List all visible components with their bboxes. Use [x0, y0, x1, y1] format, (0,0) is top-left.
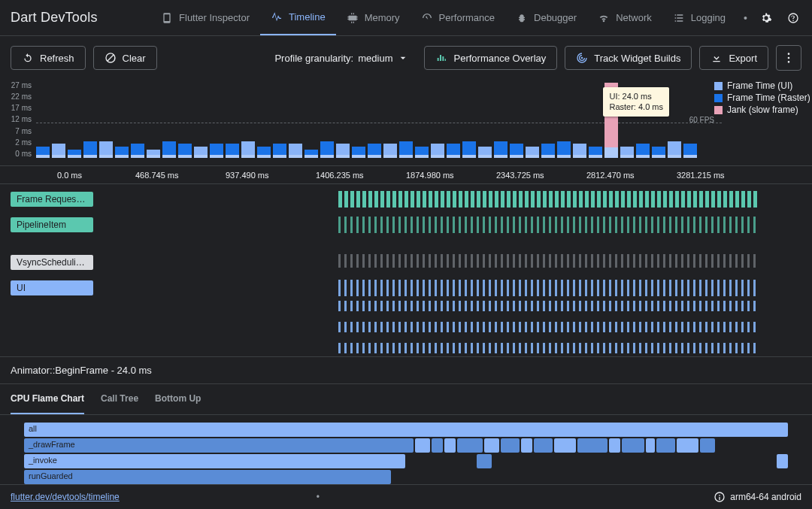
- info-icon: [714, 491, 726, 503]
- granularity-select[interactable]: Profile granularity: medium: [267, 47, 417, 68]
- swatch: [714, 82, 723, 90]
- tab-call-tree[interactable]: Call Tree: [101, 384, 138, 414]
- flame-frame[interactable]: [484, 438, 499, 453]
- flame-frame[interactable]: [501, 438, 520, 453]
- flame-frame[interactable]: [521, 438, 532, 453]
- nav-label: Timeline: [289, 11, 326, 23]
- flame-frame[interactable]: runGuarded: [24, 470, 391, 484]
- ruler-tick: 1874.980 ms: [406, 171, 454, 180]
- nav-label: Memory: [365, 12, 400, 23]
- flame-frame[interactable]: [477, 454, 492, 468]
- nav-network[interactable]: Network: [587, 0, 662, 35]
- flame-frame[interactable]: [457, 438, 483, 453]
- flame-frame[interactable]: [656, 438, 675, 453]
- flame-frame[interactable]: all: [24, 423, 788, 437]
- track-vsync[interactable]: VsyncScheduli…: [0, 252, 812, 273]
- flame-frame[interactable]: [609, 438, 620, 453]
- chevron-down-icon: [397, 52, 409, 64]
- track-events: [338, 280, 801, 296]
- nav-performance[interactable]: Performance: [411, 0, 505, 35]
- nav-memory[interactable]: Memory: [336, 0, 411, 35]
- cpu-flame-chart[interactable]: all _drawFrame _invoke runGu: [0, 415, 812, 484]
- nav-label: Logging: [691, 12, 726, 23]
- flame-frame[interactable]: [646, 438, 655, 453]
- nav-label: Network: [616, 12, 652, 23]
- legend-raster: Frame Time (Raster): [714, 92, 812, 104]
- clear-button[interactable]: Clear: [93, 46, 157, 70]
- nav-debugger[interactable]: Debugger: [505, 0, 587, 35]
- memory-icon: [347, 12, 359, 24]
- y-tick: 22 ms: [0, 92, 32, 101]
- track-pipeline-item[interactable]: PipelineItem: [0, 214, 812, 235]
- legend: Frame Time (UI) Frame Time (Raster) Jank…: [714, 80, 812, 116]
- performance-overlay-button[interactable]: Performance Overlay: [424, 46, 557, 70]
- y-axis: 27 ms 22 ms 17 ms 12 ms 7 ms 2 ms 0 ms: [0, 80, 36, 165]
- bar-chart-icon: [435, 52, 447, 64]
- flame-frame[interactable]: [534, 438, 553, 453]
- y-tick: 12 ms: [0, 115, 32, 123]
- button-label: Clear: [123, 53, 146, 64]
- frame-time-chart[interactable]: 27 ms 22 ms 17 ms 12 ms 7 ms 2 ms 0 ms 6…: [0, 80, 812, 166]
- track-frame-request[interactable]: Frame Request…: [0, 189, 812, 210]
- flame-frame[interactable]: _drawFrame: [24, 438, 414, 453]
- track-changes-icon: [576, 52, 588, 64]
- track-events: [338, 217, 801, 233]
- status-bar: flutter.dev/devtools/timeline • arm64-64…: [0, 484, 812, 509]
- settings-button[interactable]: [758, 10, 774, 26]
- flame-frame[interactable]: [677, 438, 699, 453]
- event-tracks[interactable]: Frame Request… PipelineItem VsyncSchedul…: [0, 184, 812, 357]
- tab-cpu-flame-chart[interactable]: CPU Flame Chart: [11, 384, 84, 414]
- bars-area: 60 FPS UI: 24.0 ms Raster: 4.0 ms Frame …: [36, 80, 812, 165]
- granularity-value: medium: [358, 53, 392, 64]
- ruler-tick: 2343.725 ms: [496, 171, 544, 180]
- wifi-icon: [598, 12, 610, 24]
- track-label: UI: [11, 280, 93, 295]
- speedometer-icon: [421, 12, 433, 24]
- export-button[interactable]: Export: [699, 46, 768, 70]
- header-actions: •: [744, 10, 801, 26]
- nav-flutter-inspector[interactable]: Flutter Inspector: [150, 0, 260, 35]
- track-events: [338, 343, 801, 357]
- nav-timeline[interactable]: Timeline: [260, 0, 336, 35]
- legend-label: Jank (slow frame): [727, 105, 798, 115]
- ruler-tick: 937.490 ms: [226, 171, 268, 180]
- flame-frame[interactable]: _invoke: [24, 454, 405, 468]
- status-dot: •: [744, 12, 747, 24]
- more-vert-icon: [783, 52, 795, 64]
- y-tick: 17 ms: [0, 104, 32, 112]
- selection-detail: Animator::BeginFrame - 24.0 ms: [0, 357, 812, 384]
- track-widget-builds-button[interactable]: Track Widget Builds: [565, 46, 692, 70]
- button-label: Performance Overlay: [453, 53, 546, 64]
- track-ui[interactable]: UI: [0, 277, 812, 298]
- button-label: Export: [729, 53, 757, 64]
- granularity-label: Profile granularity:: [274, 53, 353, 64]
- docs-link[interactable]: flutter.dev/devtools/timeline: [11, 492, 120, 502]
- tooltip-raster: Raster: 4.0 ms: [609, 101, 663, 112]
- flame-frame[interactable]: [622, 438, 644, 453]
- time-ruler[interactable]: 0.0 ms 468.745 ms 937.490 ms 1406.235 ms…: [0, 166, 812, 184]
- tab-bottom-up[interactable]: Bottom Up: [155, 384, 201, 414]
- flame-frame[interactable]: [415, 438, 430, 453]
- nav-logging[interactable]: Logging: [662, 0, 736, 35]
- y-tick: 0 ms: [0, 150, 32, 158]
- flame-frame[interactable]: [777, 454, 788, 468]
- block-icon: [105, 52, 117, 64]
- legend-jank: Jank (slow frame): [714, 104, 812, 116]
- overflow-menu-button[interactable]: [776, 45, 801, 71]
- flame-frame[interactable]: [444, 438, 456, 453]
- gear-icon: [760, 12, 772, 24]
- help-button[interactable]: [785, 10, 801, 26]
- flame-frame[interactable]: [432, 438, 443, 453]
- nav-label: Debugger: [534, 12, 577, 23]
- track-label: PipelineItem: [11, 217, 93, 232]
- flame-frame[interactable]: [554, 438, 577, 453]
- ruler-tick: 1406.235 ms: [316, 171, 364, 180]
- refresh-button[interactable]: Refresh: [11, 46, 86, 70]
- swatch: [714, 106, 723, 114]
- platform-label: arm64-64 android: [730, 492, 801, 502]
- refresh-icon: [22, 52, 34, 64]
- platform-info: arm64-64 android: [714, 491, 801, 503]
- flame-frame[interactable]: [577, 438, 607, 453]
- legend-label: Frame Time (UI): [727, 80, 792, 91]
- flame-frame[interactable]: [700, 438, 715, 453]
